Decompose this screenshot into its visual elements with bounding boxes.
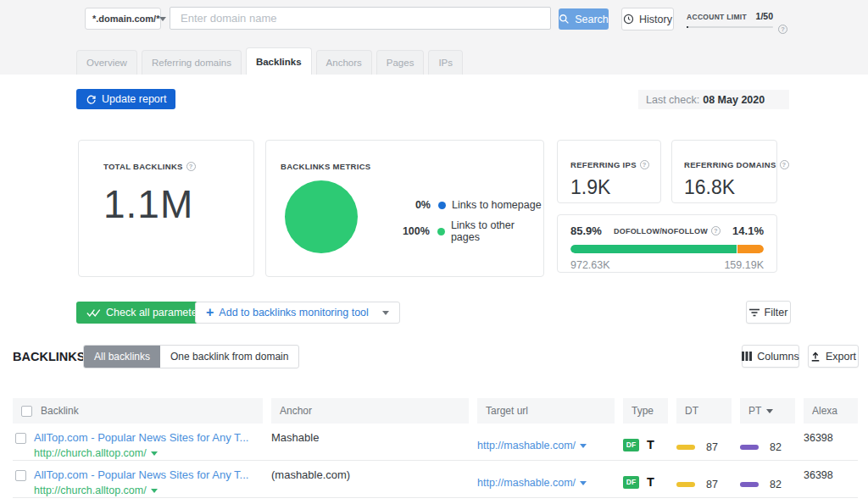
check-all-parameters-label: Check all parameters [106, 307, 206, 318]
toggle-one-backlink-per-domain[interactable]: One backlink from domain [160, 346, 298, 368]
dofollow-percent: 85.9% [570, 224, 602, 237]
help-icon[interactable]: ? [186, 162, 196, 171]
backlink-url-link[interactable]: http://church.alltop.com/ [34, 485, 248, 496]
backlink-cell: AllTop.com - Popular News Sites for Any … [13, 424, 263, 460]
filter-button[interactable]: Filter [746, 301, 791, 324]
last-check-label: Last check: [646, 94, 699, 106]
dt-score-pill [676, 445, 695, 450]
target-url-link[interactable]: http://mashable.com/ [477, 424, 615, 460]
toggle-all-backlinks[interactable]: All backlinks [84, 346, 160, 368]
backlinks-view-toggle: All backlinks One backlink from domain [83, 345, 299, 368]
account-limit: ACCOUNT LIMIT 1/50 ? [687, 11, 773, 28]
header-type[interactable]: Type [623, 398, 668, 424]
dofollow-bar-dofollow [570, 245, 737, 253]
backlinks-section-title: BACKLINKS [13, 350, 85, 363]
header-anchor[interactable]: Anchor [271, 398, 469, 424]
help-icon[interactable]: ? [778, 25, 787, 34]
target-url-link[interactable]: http://mashable.com/ [477, 461, 615, 497]
account-limit-fill [687, 26, 688, 28]
backlinks-pie-chart [285, 180, 358, 253]
account-limit-label: ACCOUNT LIMIT [687, 13, 747, 21]
tab-ips[interactable]: IPs [428, 50, 463, 75]
update-report-button[interactable]: Update report [76, 89, 175, 109]
table-header-row: Backlink Anchor Target url Type DT PT Al… [13, 398, 858, 424]
alexa-cell: 36398 [804, 461, 858, 497]
export-label: Export [826, 351, 856, 363]
tab-backlinks[interactable]: Backlinks [246, 47, 312, 75]
header-label-anchor: Anchor [280, 405, 312, 417]
dofollow-bar-nofollow [737, 245, 764, 253]
referring-domains-value: 16.8K [684, 176, 776, 199]
chevron-down-icon [580, 444, 587, 448]
dofollow-nofollow-card: 85.9% DOFOLLOW/NOFOLLOW ? 14.1% 972.63K … [557, 214, 777, 273]
header-label-type: Type [632, 405, 654, 417]
chevron-down-icon [580, 481, 587, 485]
history-button-label: History [639, 14, 672, 25]
row-checkbox[interactable] [15, 470, 26, 481]
tab-overview[interactable]: Overview [76, 50, 137, 75]
dt-cell: 87 [676, 424, 732, 460]
anchor-cell: (mashable.com) [271, 461, 469, 497]
header-label-backlink: Backlink [41, 405, 79, 417]
columns-label: Columns [757, 351, 798, 363]
refresh-icon [86, 94, 97, 105]
dt-score-value: 87 [706, 441, 718, 453]
referring-ips-label: REFERRING IPS [570, 160, 637, 169]
header-alexa[interactable]: Alexa [804, 398, 858, 424]
header-pt[interactable]: PT [740, 398, 795, 424]
legend-label: Links to other pages [451, 219, 543, 243]
backlink-url-link[interactable]: http://church.alltop.com/ [34, 447, 248, 459]
last-check: Last check: 08 May 2020 [638, 90, 789, 109]
legend-item-homepage: 0% Links to homepage [400, 199, 543, 211]
select-all-checkbox[interactable] [21, 406, 32, 417]
backlink-cell: AllTop.com - Popular News Sites for Any … [13, 461, 263, 497]
report-tabs: Overview Referring domains Backlinks Anc… [76, 47, 463, 75]
help-icon[interactable]: ? [780, 160, 789, 169]
chevron-down-icon [159, 17, 166, 21]
account-limit-track [687, 26, 773, 28]
domain-selector-dropdown[interactable]: *.domain.com/* [85, 8, 161, 30]
referring-domains-card: REFERRING DOMAINS ? 16.8K [671, 140, 777, 203]
type-cell: DF T [623, 461, 668, 497]
help-icon[interactable]: ? [711, 226, 721, 235]
dofollow-badge: DF [623, 439, 639, 451]
update-report-label: Update report [102, 93, 166, 105]
pt-score-value: 82 [770, 479, 782, 490]
export-button[interactable]: Export [808, 345, 859, 368]
total-backlinks-card: TOTAL BACKLINKS ? 1.1M [78, 140, 254, 277]
dt-score-value: 87 [706, 479, 718, 490]
header-dt[interactable]: DT [676, 398, 732, 424]
tab-pages[interactable]: Pages [376, 50, 425, 75]
header-target-url[interactable]: Target url [477, 398, 615, 424]
total-backlinks-label: TOTAL BACKLINKS [103, 162, 183, 171]
referring-domains-label: REFERRING DOMAINS [684, 160, 776, 169]
legend-item-other-pages: 100% Links to other pages [400, 219, 543, 243]
search-button[interactable]: Search [559, 8, 609, 30]
nofollow-count: 159.19K [724, 259, 764, 271]
backlink-url-text: http://church.alltop.com/ [34, 447, 147, 459]
table-row: AllTop.com - Popular News Sites for Any … [13, 424, 858, 461]
pie-legend: 0% Links to homepage 100% Links to other… [400, 199, 543, 243]
tab-referring-domains[interactable]: Referring domains [142, 50, 242, 75]
search-icon [559, 14, 570, 25]
history-button[interactable]: History [621, 8, 674, 30]
legend-pct: 0% [400, 199, 431, 211]
backlink-title-link[interactable]: AllTop.com - Popular News Sites for Any … [34, 431, 248, 444]
top-header: *.domain.com/* Search History ACCOUNT LI… [0, 0, 868, 75]
search-input[interactable] [170, 7, 551, 30]
alexa-cell: 36398 [804, 424, 858, 460]
green-dot-icon [437, 228, 445, 235]
columns-icon [742, 352, 752, 361]
columns-button[interactable]: Columns [742, 345, 799, 368]
header-backlink[interactable]: Backlink [13, 398, 263, 424]
double-check-icon [86, 308, 101, 318]
header-label-target-url: Target url [486, 405, 528, 417]
chevron-down-icon [151, 489, 158, 493]
row-checkbox[interactable] [15, 433, 26, 444]
backlink-title-link[interactable]: AllTop.com - Popular News Sites for Any … [34, 468, 248, 481]
help-icon[interactable]: ? [640, 160, 649, 169]
header-label-alexa: Alexa [812, 405, 837, 417]
add-to-monitoring-button[interactable]: + Add to backlinks monitoring tool [195, 302, 400, 324]
dofollow-count: 972.63K [570, 259, 610, 271]
tab-anchors[interactable]: Anchors [316, 50, 372, 75]
